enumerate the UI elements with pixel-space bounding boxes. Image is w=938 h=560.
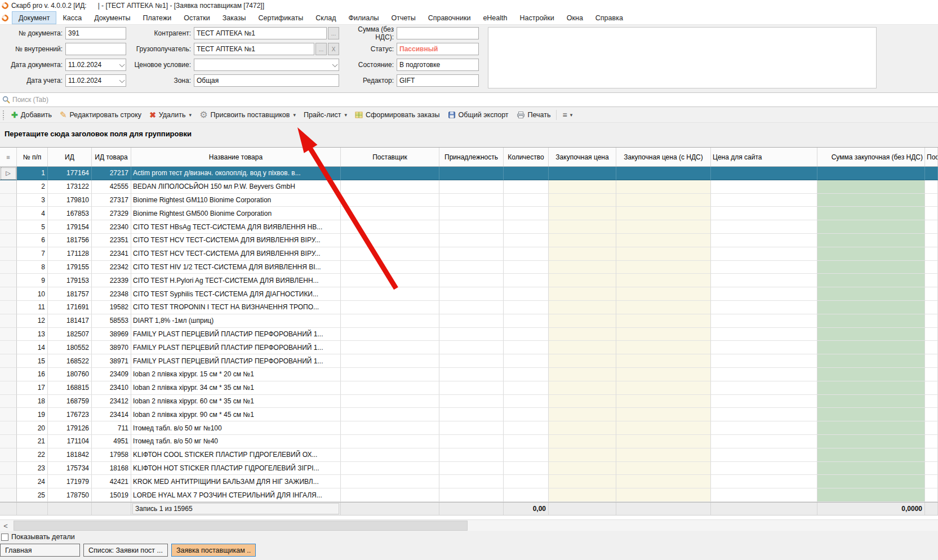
column-header-10[interactable]: Цена для сайта [711,148,817,166]
table-row[interactable]: 2218184217958KLІФТОН COOL STICKER ПЛАСТИ… [0,448,938,462]
table-row[interactable]: 1218141758553DIART 1,8% -1мл (шприц) [0,314,938,328]
toolbar-button-8[interactable]: ≡▾ [558,108,576,122]
table-row[interactable]: 416785327329Bionime Rightest GM500 Bioni… [0,207,938,220]
cell-product-name: Ioban 2 плівка хірург. 60 см * 35 см №1 [131,395,341,408]
menu-item-14[interactable]: Справка [589,11,629,24]
table-row[interactable]: 1018175722348CITO TEST Syphilis ТЕСТ-СИС… [0,287,938,301]
table-row[interactable]: 917915322339CITO TEST H.Pylori Ag ТЕСТ-С… [0,274,938,287]
menu-item-4[interactable]: Остатки [177,11,216,24]
toolbar-button-4[interactable]: Прайс-лист▾ [300,108,351,122]
cell-extra [925,274,938,287]
menu-item-12[interactable]: Настройки [513,11,560,24]
field-input[interactable]: ТЕСТ АПТЕКА №1 [194,27,327,39]
app-menu-icon[interactable] [1,13,10,23]
group-by-panel[interactable]: Перетащите сюда заголовок поля для групп… [0,123,938,148]
column-header-8[interactable]: Закупочная цена [549,148,616,166]
cell-quantity [504,301,549,314]
table-row[interactable]: 20179126711Ітомед табл. в/о 50 мг №100 [0,421,938,435]
chevron-down-icon[interactable] [119,77,125,83]
table-row[interactable]: 618175622351CITO TEST HCV ТЕСТ-СИСТЕМА Д… [0,234,938,247]
field-input[interactable] [194,59,339,71]
table-row[interactable]: 211711044951Ітомед табл. в/о 50 мг №40 [0,435,938,448]
column-header-1[interactable]: № п/п [17,148,48,166]
table-row[interactable]: 1618076023409Ioban 2 плівка хірург. 15 с… [0,368,938,381]
menu-item-2[interactable]: Документы [88,11,136,24]
toolbar-button-2[interactable]: ✖Удалить▾ [145,108,195,122]
column-header-7[interactable]: Количество [504,148,549,166]
field-input[interactable]: GIFT [397,74,479,87]
column-header-5[interactable]: Поставщик [341,148,439,166]
column-header-2[interactable]: ИД [48,148,92,166]
column-header-6[interactable]: Принадлежность [439,148,504,166]
menu-item-1[interactable]: Касса [56,11,88,24]
tab-0[interactable]: Главная [0,544,80,557]
table-row[interactable]: 317981027317Bionime Rightest GM110 Bioni… [0,194,938,207]
toolbar-button-5[interactable]: Сформировать заказы [351,108,444,122]
toolbar-button-3[interactable]: ⚙Присвоить поставщиков▾ [195,108,300,122]
column-header-9[interactable]: Закупочная цена (с НДС) [616,148,711,166]
notes-box[interactable] [488,27,877,88]
table-row[interactable]: 1816875923412Ioban 2 плівка хірург. 60 с… [0,395,938,408]
table-row[interactable]: 817915522342CITO TEST HIV 1/2 ТЕСТ-СИСТЕ… [0,261,938,274]
table-row[interactable]: 1418055238970FAMILY PLAST ПЕРЦЕВИЙ ПЛАСТ… [0,341,938,354]
toolbar-button-0[interactable]: ✚Добавить [7,108,56,122]
field-input[interactable]: ТЕСТ АПТЕКА №1 [194,43,314,55]
field-input[interactable]: В подготовке [397,59,479,71]
column-header-12[interactable]: Пос [925,148,938,166]
table-row[interactable]: ▷117716427217Actim prom тест д/визнач. о… [0,167,938,180]
field-input[interactable]: 391 [65,27,126,39]
field-input[interactable]: 11.02.2024 [65,74,126,87]
menu-item-11[interactable]: eHealth [477,11,513,24]
toolbar-grip[interactable] [2,110,5,120]
column-header-3[interactable]: ИД товара [92,148,131,166]
cell-quantity [504,314,549,328]
column-header-11[interactable]: Сумма закупочная (без НДС) [817,148,925,166]
toolbar-button-6[interactable]: Общий экспорт [444,108,513,122]
table-row[interactable]: 1716881523410Ioban 2 плівка хірург. 34 с… [0,381,938,395]
row-indicator-header[interactable]: ≡ [0,148,17,166]
table-row[interactable]: 1117169119582CITO TEST TROPONIN I ТЕСТ Н… [0,301,938,314]
clear-button[interactable]: X [328,43,339,55]
menu-item-9[interactable]: Отчеты [385,11,421,24]
lookup-ellipsis-button[interactable]: ... [328,27,339,39]
table-row[interactable]: 2317573418168KLІФТОН HOT STICKER ПЛАСТИР… [0,462,938,475]
search-input[interactable] [12,96,938,104]
cell-id: 178750 [48,488,92,502]
scroll-left-button[interactable]: < [0,520,11,531]
details-checkbox[interactable] [1,534,8,541]
table-row[interactable]: 717112822341CITO TEST HCV ТЕСТ-СИСТЕМА Д… [0,247,938,261]
horizontal-scrollbar[interactable]: < [0,519,938,531]
menu-item-8[interactable]: Филиалы [342,11,385,24]
table-row[interactable]: 2417197942421KROK MED АНТИТРІЩИНИ БАЛЬЗА… [0,475,938,488]
menu-item-10[interactable]: Справочники [422,11,477,24]
field-input[interactable] [397,27,479,39]
field-input[interactable]: 11.02.2024 [65,59,126,71]
table-row[interactable]: 1917672323414Ioban 2 плівка хірург. 90 с… [0,408,938,421]
cell-quantity [504,274,549,287]
cell-supplier [341,274,439,287]
table-row[interactable]: 217312242555BEDAN ЛІПОЛОСЬЙОН 150 мл P.W… [0,180,938,194]
scrollbar-thumb[interactable] [14,521,468,531]
menu-item-0[interactable]: Документ [12,11,56,24]
table-row[interactable]: 2517875015019LORDE HYAL MAX 7 РОЗЧИН СТЕ… [0,488,938,502]
footer-cell-6 [439,503,504,515]
tab-1[interactable]: Список: Заявки пост ... [83,544,168,557]
table-row[interactable]: 517915422340CITO TEST HBsAg ТЕСТ-СИСТЕМА… [0,220,938,234]
menu-item-6[interactable]: Сертификаты [252,11,309,24]
field-input[interactable]: Общая [194,74,339,87]
field-input[interactable]: Пассивный [397,43,479,55]
table-row[interactable]: 1516852238971FAMILY PLAST ПЕРЦЕВИЙ ПЛАСТ… [0,354,938,368]
field-input[interactable] [65,43,126,55]
table-row[interactable]: 1318250738969FAMILY PLAST ПЕРЦЕВИЙ ПЛАСТ… [0,328,938,341]
column-header-4[interactable]: Название товара [131,148,341,166]
toolbar-button-1[interactable]: ✎Редактировать строку [56,108,145,122]
toolbar-button-7[interactable]: Печать [513,108,555,122]
chevron-down-icon[interactable] [119,61,125,67]
lookup-ellipsis-button[interactable]: ... [315,43,327,55]
tab-2[interactable]: Заявка поставщикам .. [171,544,256,557]
chevron-down-icon[interactable] [332,61,338,67]
menu-item-3[interactable]: Платежи [137,11,178,24]
menu-item-13[interactable]: Окна [561,11,589,24]
menu-item-5[interactable]: Заказы [216,11,252,24]
menu-item-7[interactable]: Склад [309,11,342,24]
